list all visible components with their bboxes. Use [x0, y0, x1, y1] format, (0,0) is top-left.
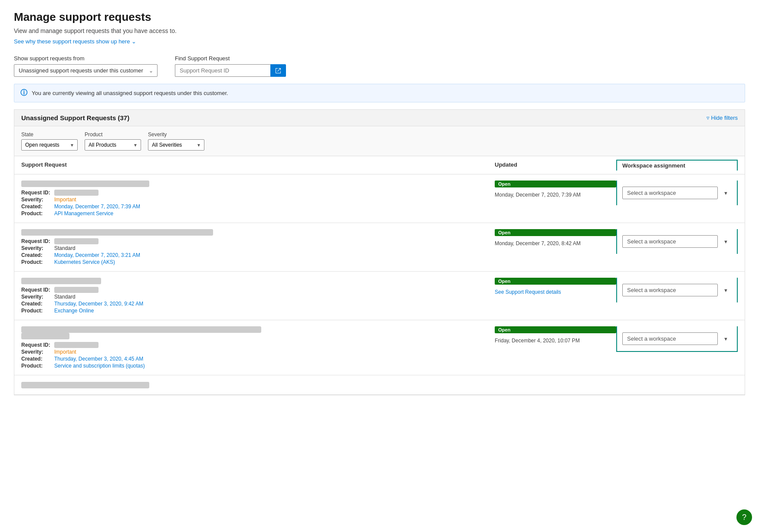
- state-filter-group: State Open requests ▼: [21, 131, 78, 151]
- request-meta: Request ID:████████████ Severity:Importa…: [21, 342, 495, 369]
- table-row: ████████████████████████████████: [14, 375, 745, 395]
- status-badge: Open: [495, 326, 616, 333]
- updated-header: Updated: [495, 160, 616, 171]
- show-from-label: Show support requests from: [14, 55, 158, 62]
- severity-filter-wrapper[interactable]: All Severities ▼: [148, 139, 204, 151]
- request-meta: Request ID:████████████ Severity:Standar…: [21, 287, 495, 314]
- product-filter-select[interactable]: All Products: [85, 139, 141, 151]
- product-filter-label: Product: [85, 131, 141, 138]
- section-header: Unassigned Support Requests (37) ▿ Hide …: [14, 109, 745, 126]
- find-input[interactable]: [175, 64, 270, 77]
- workspace-col: Select a workspace ▼: [616, 229, 738, 254]
- workspace-header: Workspace assignment: [616, 160, 738, 171]
- workspace-col: Select a workspace ▼: [616, 278, 738, 302]
- request-meta: Request ID:████████████ Severity:Standar…: [21, 238, 495, 265]
- workspace-select[interactable]: Select a workspace: [622, 187, 718, 199]
- hide-filters-label: Hide filters: [711, 115, 738, 121]
- find-input-row: [175, 64, 286, 77]
- state-filter-label: State: [21, 131, 78, 138]
- product-filter-wrapper[interactable]: All Products ▼: [85, 139, 141, 151]
- chevron-down-icon: ▼: [723, 336, 728, 342]
- workspace-select-wrapper[interactable]: Select a workspace ▼: [622, 187, 732, 199]
- find-button[interactable]: [270, 64, 286, 77]
- support-request-header: Support Request: [21, 160, 495, 171]
- product-filter-group: Product All Products ▼: [85, 131, 141, 151]
- workspace-select-wrapper[interactable]: Select a workspace ▼: [622, 235, 732, 248]
- info-icon: ⓘ: [20, 89, 27, 98]
- info-banner: ⓘ You are currently viewing all unassign…: [14, 84, 745, 102]
- filter-icon: ▿: [706, 115, 710, 121]
- request-info-col: ████████████████████████████████████████…: [21, 229, 495, 265]
- request-info-col: ████████████████████ Request ID:████████…: [21, 278, 495, 314]
- severity-filter-group: Severity All Severities ▼: [148, 131, 204, 151]
- request-title[interactable]: ████████████████████████████████: [21, 181, 495, 187]
- page-subtitle: View and manage support requests that yo…: [14, 27, 745, 34]
- workspace-select-wrapper[interactable]: Select a workspace ▼: [622, 284, 732, 296]
- severity-filter-select[interactable]: All Severities: [148, 139, 204, 151]
- page-title: Manage support requests: [14, 10, 745, 24]
- table-row: ████████████████████████████████████████…: [14, 223, 745, 272]
- find-label: Find Support Request: [175, 55, 286, 62]
- info-text: You are currently viewing all unassigned…: [32, 90, 228, 96]
- show-from-select[interactable]: Unassigned support requests under this c…: [14, 64, 158, 77]
- request-title[interactable]: ████████████████████████████████: [21, 382, 149, 388]
- see-why-text: See why these support requests show up h…: [14, 38, 130, 45]
- table-header-row: Support Request Updated Workspace assign…: [14, 156, 745, 174]
- chevron-down-icon: ▼: [723, 288, 728, 293]
- request-info-col: ████████████████████████████████ Request…: [21, 181, 495, 217]
- updated-col: Open Monday, December 7, 2020, 7:39 AM: [495, 181, 616, 198]
- workspace-select[interactable]: Select a workspace: [622, 332, 718, 345]
- workspace-select-wrapper[interactable]: Select a workspace ▼: [622, 332, 732, 345]
- external-link-icon: [275, 68, 281, 74]
- updated-col: Open See Support Request details: [495, 278, 616, 295]
- updated-time: Monday, December 7, 2020, 7:39 AM: [495, 192, 616, 198]
- section-title: Unassigned Support Requests (37): [21, 114, 129, 122]
- state-filter-select[interactable]: Open requests: [21, 139, 78, 151]
- find-group: Find Support Request: [175, 55, 286, 77]
- table-row: ████████████████████████████████ Request…: [14, 174, 745, 223]
- updated-time: Monday, December 7, 2020, 8:42 AM: [495, 240, 616, 246]
- updated-col: Open Friday, December 4, 2020, 10:07 PM: [495, 326, 616, 344]
- see-why-link[interactable]: See why these support requests show up h…: [14, 38, 136, 45]
- workspace-select[interactable]: Select a workspace: [622, 284, 718, 296]
- request-meta: Request ID:████████████ Severity:Importa…: [21, 190, 495, 217]
- workspace-col: Select a workspace ▼: [616, 181, 738, 205]
- request-title[interactable]: ████████████████████████████████████████…: [21, 229, 495, 236]
- updated-col: Open Monday, December 7, 2020, 8:42 AM: [495, 229, 616, 246]
- status-badge: Open: [495, 181, 616, 187]
- severity-filter-label: Severity: [148, 131, 204, 138]
- show-from-group: Show support requests from Unassigned su…: [14, 55, 158, 77]
- request-title[interactable]: ████████████████████: [21, 278, 495, 284]
- controls-row: Show support requests from Unassigned su…: [14, 55, 745, 77]
- filters-row: State Open requests ▼ Product All Produc…: [14, 126, 745, 156]
- chevron-down-icon: ▼: [723, 190, 728, 196]
- updated-time: Friday, December 4, 2020, 10:07 PM: [495, 338, 616, 344]
- status-badge: Open: [495, 229, 616, 236]
- workspace-select[interactable]: Select a workspace: [622, 235, 718, 248]
- workspace-col: Select a workspace ▼: [616, 326, 738, 352]
- table-row: ████████████████████ Request ID:████████…: [14, 272, 745, 320]
- chevron-down-icon: ▼: [723, 239, 728, 244]
- request-info-col: ████████████████████████████████████████…: [21, 326, 495, 369]
- chevron-down-icon: ⌄: [131, 38, 136, 45]
- requests-table: Support Request Updated Workspace assign…: [14, 156, 745, 395]
- see-details-link[interactable]: See Support Request details: [495, 289, 616, 295]
- table-row: ████████████████████████████████████████…: [14, 320, 745, 375]
- status-badge: Open: [495, 278, 616, 285]
- state-filter-wrapper[interactable]: Open requests ▼: [21, 139, 78, 151]
- request-title[interactable]: ████████████████████████████████████████…: [21, 326, 495, 339]
- hide-filters-button[interactable]: ▿ Hide filters: [706, 115, 738, 121]
- show-from-dropdown[interactable]: Unassigned support requests under this c…: [14, 64, 158, 77]
